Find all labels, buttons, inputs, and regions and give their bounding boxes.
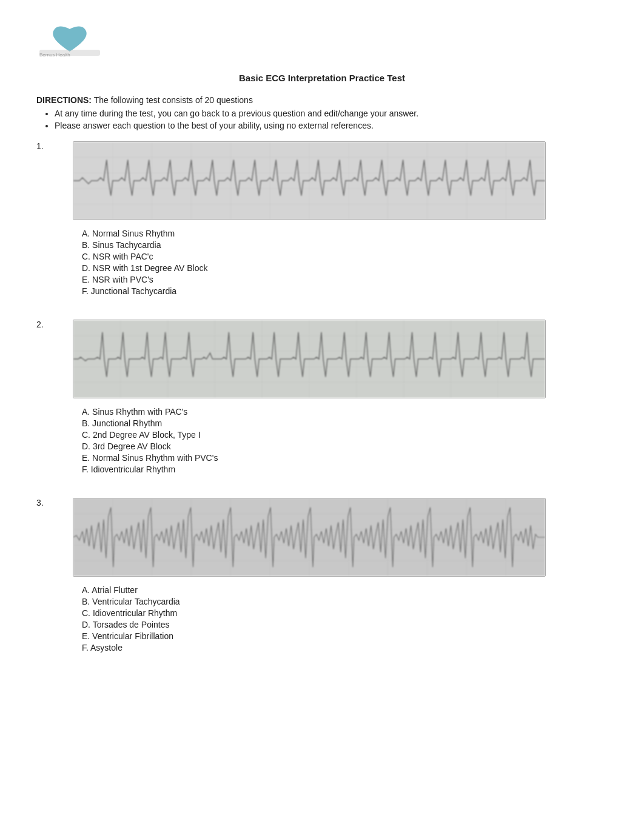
answers-list-1: A. Normal Sinus Rhythm B. Sinus Tachycar… [82,229,608,296]
question-content-3: A. Atrial Flutter B. Ventricular Tachyca… [55,498,608,654]
answer-1-c[interactable]: C. NSR with PAC'c [82,252,608,261]
question-content-1: A. Normal Sinus Rhythm B. Sinus Tachycar… [55,141,608,298]
directions-list: At any time during the test, you can go … [55,109,608,130]
ecg-strip-3 [73,498,546,577]
ecg-strip-2 [73,320,546,398]
answer-1-a[interactable]: A. Normal Sinus Rhythm [82,229,608,238]
svg-text:Bernus Health: Bernus Health [39,52,70,58]
question-block-1: 1. [36,141,608,298]
question-number-2: 2. [36,320,55,329]
answer-1-b[interactable]: B. Sinus Tachycardia [82,240,608,250]
answer-3-d[interactable]: D. Torsades de Pointes [82,620,608,629]
answer-2-f[interactable]: F. Idioventricular Rhythm [82,464,608,474]
answer-3-c[interactable]: C. Idioventricular Rhythm [82,608,608,618]
directions-bullet-1: At any time during the test, you can go … [55,109,608,118]
ecg-svg-2 [73,320,545,398]
answer-1-e[interactable]: E. NSR with PVC's [82,275,608,284]
directions-block: DIRECTIONS: The following test consists … [36,95,608,130]
answer-3-b[interactable]: B. Ventricular Tachycardia [82,597,608,606]
ecg-strip-1 [73,141,546,220]
page-title: Basic ECG Interpretation Practice Test [36,73,608,83]
question-row-1: 1. [36,141,608,298]
answer-1-d[interactable]: D. NSR with 1st Degree AV Block [82,263,608,273]
question-number-1: 1. [36,141,55,151]
ecg-svg-3 [73,498,545,576]
question-number-3: 3. [36,498,55,508]
answer-2-c[interactable]: C. 2nd Degree AV Block, Type I [82,430,608,440]
logo-svg: Bernus Health [36,18,103,58]
answer-1-f[interactable]: F. Junctional Tachycardia [82,286,608,296]
ecg-svg-1 [73,142,545,220]
answer-3-e[interactable]: E. Ventricular Fibrillation [82,631,608,641]
answer-2-b[interactable]: B. Junctional Rhythm [82,418,608,428]
directions-bullet-2: Please answer each question to the best … [55,121,608,130]
question-content-2: A. Sinus Rhythm with PAC's B. Junctional… [55,320,608,476]
directions-label: DIRECTIONS: [36,95,92,105]
question-block-3: 3. [36,498,608,654]
question-block-2: 2. [36,320,608,476]
answer-2-e[interactable]: E. Normal Sinus Rhythm with PVC's [82,453,608,463]
question-row-2: 2. [36,320,608,476]
logo-area: Bernus Health [36,18,608,61]
answer-2-a[interactable]: A. Sinus Rhythm with PAC's [82,407,608,417]
logo: Bernus Health [36,18,109,61]
answer-3-f[interactable]: F. Asystole [82,643,608,652]
directions-intro: The following test consists of 20 questi… [94,95,253,105]
answer-3-a[interactable]: A. Atrial Flutter [82,585,608,595]
question-row-3: 3. [36,498,608,654]
answers-list-2: A. Sinus Rhythm with PAC's B. Junctional… [82,407,608,474]
answers-list-3: A. Atrial Flutter B. Ventricular Tachyca… [82,585,608,652]
answer-2-d[interactable]: D. 3rd Degree AV Block [82,441,608,451]
